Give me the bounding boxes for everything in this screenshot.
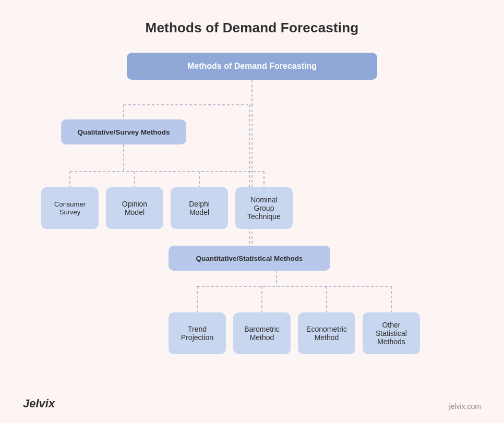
diagram: Methods of Demand Forecasting Qualitativ… (22, 53, 482, 376)
opinion-model-box: OpinionModel (106, 187, 163, 229)
page: Methods of Demand Forecasting (0, 0, 504, 423)
consumer-survey-box: ConsumerSurvey (41, 187, 99, 229)
qualitative-box: Qualitative/Survey Methods (61, 119, 186, 144)
barometric-method-box: BarometricMethod (233, 312, 291, 354)
page-title: Methods of Demand Forecasting (146, 20, 359, 36)
quantitative-box: Quantitative/Statistical Methods (169, 246, 330, 271)
nominal-group-box: NominalGroupTechnique (235, 187, 293, 229)
root-box: Methods of Demand Forecasting (127, 53, 377, 80)
footer-url: jelvix.com (449, 402, 481, 410)
trend-projection-box: TrendProjection (169, 312, 226, 354)
econometric-method-box: EconometricMethod (298, 312, 355, 354)
other-statistical-box: OtherStatisticalMethods (363, 312, 420, 354)
delphi-model-box: DelphiModel (171, 187, 228, 229)
brand-name: Jelvix (23, 397, 55, 410)
